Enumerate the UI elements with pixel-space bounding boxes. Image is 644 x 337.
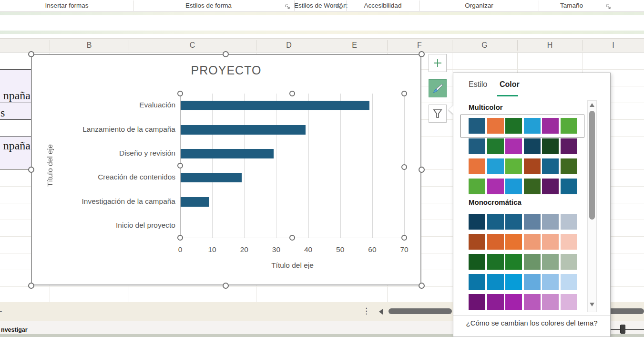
- palette-swatch[interactable]: [469, 179, 485, 194]
- column-header-E[interactable]: E: [322, 39, 387, 52]
- bar-1[interactable]: [181, 125, 306, 135]
- column-header-C[interactable]: C: [129, 39, 256, 52]
- bar-3[interactable]: [181, 173, 242, 182]
- palette-swatch[interactable]: [561, 118, 577, 134]
- chart-elements-button[interactable]: [429, 54, 447, 72]
- column-header-G[interactable]: G: [452, 39, 517, 52]
- palette-swatch[interactable]: [487, 274, 504, 290]
- column-header-I[interactable]: I: [583, 39, 644, 52]
- palette-swatch[interactable]: [542, 179, 559, 194]
- palette-swatch[interactable]: [524, 234, 541, 250]
- dialog-launcher-icon[interactable]: [285, 3, 290, 9]
- palette-swatch[interactable]: [487, 138, 504, 154]
- palette-swatch[interactable]: [505, 274, 522, 290]
- palette-swatch[interactable]: [469, 158, 485, 174]
- palette-swatch[interactable]: [505, 234, 522, 250]
- palette-swatch[interactable]: [542, 214, 559, 230]
- palette-swatch[interactable]: [561, 158, 577, 174]
- palette-swatch[interactable]: [524, 158, 541, 174]
- palette-swatch[interactable]: [524, 214, 541, 230]
- horizontal-scrollbar-thumb-right[interactable]: [611, 308, 644, 314]
- palette-swatch[interactable]: [487, 254, 504, 270]
- palette-swatch[interactable]: [469, 254, 485, 270]
- palette-swatch[interactable]: [561, 138, 577, 154]
- palette-swatch[interactable]: [505, 179, 522, 194]
- plot-area-handle[interactable]: [177, 163, 183, 168]
- scroll-up-icon[interactable]: [590, 103, 594, 107]
- palette-swatch[interactable]: [469, 138, 485, 154]
- palette-swatch[interactable]: [524, 138, 541, 154]
- plot-area-handle[interactable]: [177, 91, 183, 96]
- horizontal-scrollbar-thumb[interactable]: [388, 308, 452, 314]
- tab-color[interactable]: Color: [500, 80, 520, 89]
- palette-swatch[interactable]: [487, 214, 504, 230]
- palette-swatch[interactable]: [524, 118, 541, 134]
- scroll-left-arrow-icon[interactable]: [379, 309, 383, 315]
- zoom-slider-track[interactable]: [611, 329, 644, 330]
- scroll-down-icon[interactable]: [590, 303, 594, 306]
- chart-resize-handle[interactable]: [419, 167, 425, 173]
- palette-swatch[interactable]: [524, 254, 541, 270]
- palette-swatch[interactable]: [542, 254, 559, 270]
- plot-area-handle[interactable]: [177, 235, 183, 241]
- plot-area-handle[interactable]: [401, 235, 407, 241]
- plot-area-handle[interactable]: [289, 91, 295, 96]
- palette-swatch[interactable]: [487, 294, 504, 310]
- bar-2[interactable]: [181, 149, 274, 158]
- chart-resize-handle[interactable]: [419, 283, 425, 289]
- bar-0[interactable]: [181, 101, 369, 110]
- column-header-F[interactable]: F: [387, 39, 452, 52]
- palette-swatch[interactable]: [561, 254, 577, 270]
- palette-swatch[interactable]: [505, 138, 522, 154]
- palette-swatch[interactable]: [542, 274, 559, 290]
- palette-swatch[interactable]: [487, 118, 504, 134]
- overflow-menu-icon[interactable]: ⋮: [362, 306, 370, 316]
- plot-area-handle[interactable]: [401, 91, 407, 96]
- chart-styles-button[interactable]: [429, 79, 447, 97]
- palette-swatch[interactable]: [524, 274, 541, 290]
- chart-resize-handle[interactable]: [419, 51, 425, 57]
- palette-swatch[interactable]: [542, 138, 559, 154]
- palette-swatch[interactable]: [487, 158, 504, 174]
- column-header-B[interactable]: B: [50, 39, 129, 52]
- column-header-D[interactable]: D: [256, 39, 322, 52]
- palette-swatch[interactable]: [561, 234, 577, 250]
- palette-swatch[interactable]: [469, 214, 485, 230]
- palette-swatch[interactable]: [561, 179, 577, 194]
- chart-resize-handle[interactable]: [223, 283, 229, 289]
- new-sheet-button[interactable]: +: [0, 305, 2, 318]
- column-header-H[interactable]: H: [517, 39, 583, 52]
- zoom-slider-handle[interactable]: [620, 325, 625, 334]
- palette-swatch[interactable]: [561, 274, 577, 290]
- palette-swatch[interactable]: [505, 214, 522, 230]
- palette-swatch[interactable]: [561, 294, 577, 310]
- palette-swatch[interactable]: [505, 254, 522, 270]
- bar-4[interactable]: [181, 197, 209, 207]
- chart-resize-handle[interactable]: [28, 51, 34, 57]
- x-axis-title[interactable]: Título del eje: [180, 261, 405, 270]
- palette-swatch[interactable]: [505, 158, 522, 174]
- palette-swatch[interactable]: [487, 179, 504, 194]
- palette-swatch[interactable]: [542, 234, 559, 250]
- y-axis-title[interactable]: Título del eje: [46, 127, 55, 204]
- palette-swatch[interactable]: [487, 234, 504, 250]
- palette-swatch[interactable]: [542, 118, 559, 134]
- palette-swatch[interactable]: [561, 214, 577, 230]
- panel-scrollbar-thumb[interactable]: [589, 111, 595, 220]
- plot-area-handle[interactable]: [289, 235, 295, 241]
- palette-swatch[interactable]: [524, 179, 541, 194]
- chart-filters-button[interactable]: [429, 105, 447, 123]
- plot-area-handle[interactable]: [401, 164, 407, 170]
- palette-swatch[interactable]: [469, 118, 485, 134]
- palette-swatch[interactable]: [505, 118, 522, 134]
- palette-swatch[interactable]: [505, 294, 522, 310]
- dialog-launcher-icon[interactable]: [605, 3, 611, 9]
- palette-swatch[interactable]: [542, 158, 559, 174]
- chart-resize-handle[interactable]: [223, 51, 229, 57]
- palette-swatch[interactable]: [524, 294, 541, 310]
- palette-swatch[interactable]: [542, 294, 559, 310]
- theme-colors-help-link[interactable]: ¿Cómo se cambian los colores del tema?: [453, 319, 610, 327]
- dialog-launcher-icon[interactable]: [337, 3, 342, 9]
- tab-estilo[interactable]: Estilo: [469, 80, 487, 89]
- palette-swatch[interactable]: [469, 294, 485, 310]
